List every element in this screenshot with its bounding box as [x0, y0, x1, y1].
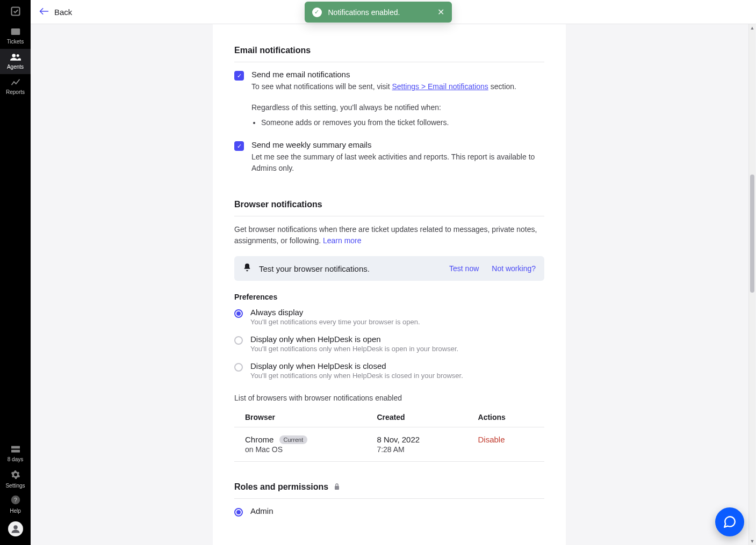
section-title-browser: Browser notifications [234, 200, 544, 216]
col-browser: Browser [234, 408, 366, 427]
sidebar-item-agents[interactable]: Agents [0, 49, 31, 74]
test-notifications-bar: Test your browser notifications. Test no… [234, 256, 544, 281]
sidebar-item-help[interactable]: ? Help [0, 492, 31, 517]
toast-message: Notifications enabled. [328, 8, 431, 17]
browser-intro: Get browser notifications when there are… [234, 224, 544, 246]
radio-label: Admin [250, 506, 273, 515]
test-text: Test your browser notifications. [259, 264, 436, 273]
created-date: 8 Nov, 2022 [377, 435, 456, 444]
chat-icon [723, 515, 737, 529]
sidebar-item-label: Settings [5, 483, 25, 489]
toast-close-icon[interactable]: ✕ [437, 7, 444, 17]
current-badge: Current [279, 435, 308, 444]
sidebar: Tickets Agents Reports 8 days [0, 0, 31, 545]
sidebar-item-tickets[interactable]: Tickets [0, 24, 31, 49]
checkbox-label: Send me weekly summary emails [251, 140, 544, 149]
reports-icon [11, 78, 20, 87]
sidebar-item-reports[interactable]: Reports [0, 74, 31, 99]
svg-point-8 [13, 525, 18, 529]
app-root: Tickets Agents Reports 8 days [0, 0, 756, 545]
radio-desc: You'll get notifications only when HelpD… [250, 345, 458, 353]
browser-name: Chrome [245, 435, 273, 444]
email-settings-link[interactable]: Settings > Email notifications [392, 82, 488, 91]
settings-card: Email notifications ✓ Send me email noti… [213, 24, 566, 545]
checkbox-logo-icon [10, 6, 21, 18]
agents-icon [10, 53, 21, 62]
svg-point-3 [16, 54, 19, 57]
bullet-item: Someone adds or removes you from the tic… [261, 117, 544, 128]
radio-admin[interactable] [234, 508, 243, 517]
scroll-up-icon[interactable]: ▲ [749, 24, 755, 32]
svg-rect-4 [11, 446, 20, 449]
scroll-down-icon[interactable]: ▼ [749, 537, 755, 545]
svg-rect-1 [11, 28, 20, 35]
always-notified-note: Regardless of this setting, you'll alway… [251, 102, 544, 113]
svg-rect-9 [335, 486, 339, 490]
main-area: Email notifications ✓ Send me email noti… [31, 24, 756, 545]
sidebar-item-label: Reports [6, 89, 25, 95]
radio-label: Display only when HelpDesk is open [250, 335, 458, 344]
disable-link[interactable]: Disable [478, 435, 505, 444]
radio-desc: You'll get notifications every time your… [250, 318, 420, 326]
section-title-email: Email notifications [234, 46, 544, 62]
test-now-link[interactable]: Test now [449, 264, 479, 273]
browser-list-title: List of browsers with browser notificati… [234, 394, 544, 402]
toast-notification: ✓ Notifications enabled. ✕ [305, 2, 452, 23]
sidebar-item-label: 8 days [8, 456, 23, 462]
gear-icon [11, 470, 20, 481]
svg-rect-5 [11, 450, 20, 453]
created-time: 7:28 AM [377, 445, 456, 454]
sidebar-item-label: Agents [7, 64, 24, 70]
checkbox-desc: Let me see the summary of last week acti… [251, 151, 544, 174]
checkbox-label: Send me email notifications [251, 70, 544, 79]
checkbox-weekly-summary[interactable]: ✓ [234, 141, 244, 151]
help-icon: ? [11, 495, 20, 506]
sidebar-item-label: Help [10, 508, 21, 514]
col-created: Created [366, 408, 467, 427]
scrollbar[interactable]: ▲ ▼ [748, 24, 755, 545]
sidebar-item-settings[interactable]: Settings [0, 467, 31, 492]
svg-text:?: ? [14, 497, 17, 503]
svg-rect-0 [11, 8, 19, 16]
days-icon [11, 446, 20, 454]
bell-icon [243, 263, 251, 274]
ticket-icon [11, 28, 20, 37]
checkbox-desc: To see what notifications will be sent, … [251, 81, 544, 92]
scroll-thumb[interactable] [750, 175, 754, 293]
table-row: Chrome Current on Mac OS 8 Nov, 2022 7:2… [234, 427, 544, 462]
checkbox-send-email[interactable]: ✓ [234, 71, 244, 81]
avatar[interactable] [8, 521, 23, 536]
back-label: Back [54, 8, 72, 17]
browser-os: on Mac OS [245, 445, 355, 454]
radio-always-display[interactable] [234, 309, 243, 318]
arrow-left-icon [39, 6, 49, 18]
preferences-title: Preferences [234, 293, 544, 301]
radio-helpdesk-closed[interactable] [234, 363, 243, 372]
svg-point-2 [12, 54, 16, 57]
col-actions: Actions [467, 408, 544, 427]
sidebar-item-trial[interactable]: 8 days [0, 441, 31, 467]
back-button[interactable]: Back [39, 6, 72, 18]
learn-more-link[interactable]: Learn more [323, 236, 362, 245]
radio-desc: You'll get notifications only when HelpD… [250, 372, 463, 380]
browser-table: Browser Created Actions Chrome Current o… [234, 408, 544, 462]
radio-label: Always display [250, 308, 420, 317]
not-working-link[interactable]: Not working? [492, 264, 536, 273]
lock-icon [334, 483, 340, 492]
logo[interactable] [0, 0, 31, 24]
section-title-roles: Roles and permissions [234, 482, 544, 499]
check-circle-icon: ✓ [312, 8, 322, 17]
radio-label: Display only when HelpDesk is closed [250, 361, 463, 370]
radio-helpdesk-open[interactable] [234, 336, 243, 345]
chat-fab[interactable] [715, 507, 744, 536]
sidebar-item-label: Tickets [7, 39, 24, 45]
